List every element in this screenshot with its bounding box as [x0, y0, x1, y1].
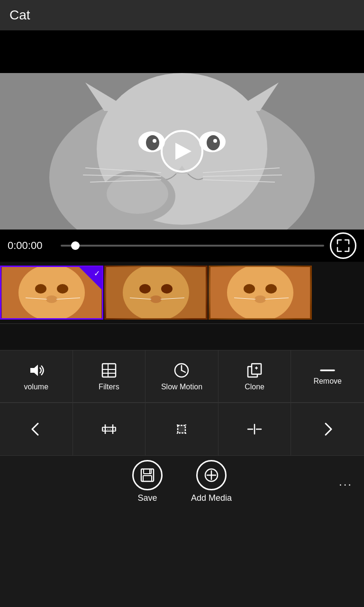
tool-crop[interactable]: [146, 403, 218, 455]
svg-point-9: [153, 139, 156, 143]
tool-back[interactable]: [0, 403, 73, 455]
add-media-circle: [196, 460, 227, 490]
thumb-cat-svg-3: [210, 267, 310, 318]
svg-point-36: [244, 284, 255, 294]
svg-point-30: [161, 284, 173, 294]
svg-point-28: [123, 267, 189, 318]
progress-track[interactable]: [61, 245, 324, 247]
progress-thumb[interactable]: [71, 241, 80, 250]
thumbnail-3[interactable]: [209, 266, 312, 320]
tool-clone[interactable]: Clone: [218, 350, 291, 403]
svg-rect-54: [102, 427, 116, 431]
tool-clone-label: Clone: [245, 383, 264, 391]
save-label: Save: [137, 493, 157, 503]
svg-rect-59: [177, 424, 178, 425]
page-title: Cat: [9, 8, 30, 23]
thumbnail-2[interactable]: [104, 266, 208, 320]
svg-point-21: [18, 267, 85, 318]
tool-grid-row2: [0, 403, 364, 455]
video-thumbnail: [0, 73, 364, 230]
tool-filters-label: Filters: [99, 383, 119, 391]
filters-icon: [100, 362, 118, 379]
trim-icon: [100, 421, 118, 438]
thumbnail-1[interactable]: [0, 266, 103, 320]
svg-point-37: [265, 284, 277, 294]
svg-line-48: [182, 370, 185, 372]
track-bar: [0, 323, 364, 350]
tool-volume-label: volume: [24, 383, 49, 391]
svg-point-31: [150, 295, 162, 303]
add-media-button[interactable]: Add Media: [191, 460, 232, 503]
filmstrip: [0, 262, 364, 323]
svg-rect-58: [178, 425, 185, 433]
thumb-image-1: [1, 267, 102, 318]
slow-motion-icon: [173, 362, 190, 379]
save-button-circle: [132, 460, 163, 490]
svg-rect-60: [185, 424, 186, 425]
svg-point-8: [207, 135, 220, 150]
time-display: 0:00:00: [8, 239, 55, 252]
svg-rect-68: [143, 476, 152, 481]
tool-slow-motion[interactable]: Slow Motion: [146, 350, 218, 403]
tool-filters[interactable]: Filters: [73, 350, 146, 403]
more-button[interactable]: ...: [339, 475, 353, 488]
bottom-bar: Save Add Media ...: [0, 455, 364, 507]
title-bar: Cat: [0, 0, 364, 30]
svg-point-24: [46, 295, 57, 303]
add-media-icon: [203, 467, 219, 483]
save-button[interactable]: Save: [132, 460, 163, 503]
svg-point-7: [146, 135, 159, 150]
thumb-cat-svg-2: [106, 267, 206, 318]
split-icon: [246, 421, 263, 438]
svg-marker-41: [30, 365, 38, 376]
thumb-cat-svg-1: [2, 267, 101, 318]
svg-point-22: [35, 284, 46, 294]
add-media-label: Add Media: [191, 493, 232, 503]
svg-rect-62: [185, 433, 186, 434]
back-icon: [27, 421, 45, 438]
play-button[interactable]: [161, 130, 203, 173]
tool-remove-label: Remove: [313, 377, 342, 386]
tool-split[interactable]: [218, 403, 291, 455]
tool-trim[interactable]: [73, 403, 146, 455]
tool-remove[interactable]: Remove: [291, 350, 364, 403]
clone-icon: [246, 362, 263, 379]
svg-point-23: [57, 284, 68, 294]
crop-icon: [173, 421, 190, 438]
thumb-image-2: [104, 266, 208, 320]
timeline-bar: 0:00:00: [0, 230, 364, 262]
volume-icon: [27, 362, 45, 379]
tool-slow-motion-label: Slow Motion: [161, 383, 202, 391]
forward-icon: [319, 421, 336, 438]
more-icon: ...: [339, 475, 353, 488]
tool-grid-row1: volume Filters Slow Motion Clone: [0, 350, 364, 403]
video-player: [0, 73, 364, 230]
svg-point-10: [213, 139, 217, 143]
tool-volume[interactable]: volume: [0, 350, 73, 403]
tool-forward[interactable]: [291, 403, 364, 455]
svg-point-29: [139, 284, 151, 294]
fullscreen-button[interactable]: [330, 232, 356, 259]
remove-icon: [319, 368, 336, 373]
svg-point-35: [227, 267, 293, 318]
fullscreen-icon: [337, 239, 350, 252]
svg-rect-61: [177, 433, 178, 434]
top-spacer: [0, 30, 364, 73]
svg-rect-42: [102, 364, 116, 377]
svg-point-38: [255, 295, 266, 303]
save-icon: [139, 467, 155, 483]
thumb-image-3: [209, 266, 312, 320]
